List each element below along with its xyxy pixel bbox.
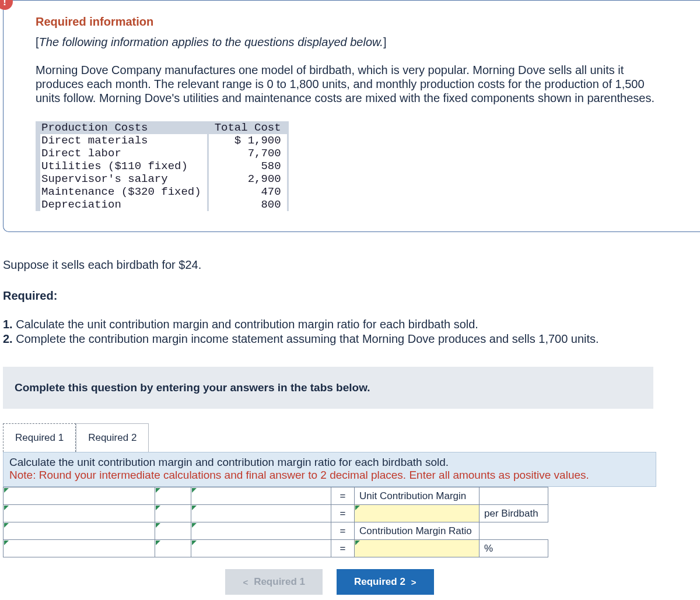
equals-sign: = <box>331 522 355 540</box>
result-value-input[interactable] <box>355 505 480 522</box>
answer-input[interactable] <box>4 522 155 540</box>
answer-row: = Contribution Margin Ratio <box>4 522 548 540</box>
answer-input[interactable] <box>480 487 548 505</box>
requirement-item: 2. Complete the contribution margin inco… <box>3 332 697 346</box>
cost-row-label: Supervisor's salary <box>36 173 208 185</box>
cost-row-value: $ 1,900 <box>208 134 288 147</box>
requirements-list: 1. Calculate the unit contribution margi… <box>3 317 697 346</box>
nav-buttons: < Required 1 Required 2 > <box>3 569 656 595</box>
bracket-close: ] <box>383 36 387 48</box>
unit-suffix: per Birdbath <box>480 505 548 522</box>
answer-input[interactable] <box>191 505 331 522</box>
tab-panel-required-1: Calculate the unit contribution margin a… <box>3 452 656 595</box>
answer-input[interactable] <box>155 540 191 557</box>
next-label: Required 2 <box>354 576 405 588</box>
cost-row-value: 470 <box>208 185 288 198</box>
required-information-box: ! Required information [The following in… <box>3 0 700 232</box>
prompt-box: Calculate the unit contribution margin a… <box>3 452 656 487</box>
cost-header-total: Total Cost <box>208 121 288 134</box>
prev-button[interactable]: < Required 1 <box>225 569 323 595</box>
cost-row-value: 2,900 <box>208 173 288 185</box>
tab-bar: Required 1 Required 2 <box>3 423 700 452</box>
instruction-bar: Complete this question by entering your … <box>3 367 653 409</box>
answer-input[interactable] <box>191 487 331 505</box>
result-value-input[interactable] <box>355 540 480 557</box>
answer-input[interactable] <box>155 487 191 505</box>
answer-input[interactable] <box>4 505 155 522</box>
result-label: Contribution Margin Ratio <box>355 522 480 540</box>
unit-suffix: % <box>480 540 548 557</box>
cost-row-value: 580 <box>208 160 288 173</box>
prompt-text: Calculate the unit contribution margin a… <box>9 456 650 469</box>
answer-input[interactable] <box>155 522 191 540</box>
cost-row-label: Direct labor <box>36 147 208 160</box>
prompt-note: Note: Round your intermediate calculatio… <box>9 469 650 482</box>
tab-required-1[interactable]: Required 1 <box>3 423 76 452</box>
cost-row-value: 800 <box>208 198 288 211</box>
cost-row-label: Direct materials <box>36 134 208 147</box>
tab-required-2[interactable]: Required 2 <box>76 423 149 452</box>
requirement-item: 1. Calculate the unit contribution margi… <box>3 317 697 332</box>
suppose-text: Suppose it sells each birdbath for $24. <box>3 258 697 272</box>
answer-row: = % <box>4 540 548 557</box>
requirement-number: 2. <box>3 332 13 345</box>
chevron-left-icon: < <box>243 577 248 587</box>
cost-row-label: Maintenance ($320 fixed) <box>36 185 208 198</box>
answer-input[interactable] <box>4 540 155 557</box>
answer-input[interactable] <box>191 522 331 540</box>
next-button[interactable]: Required 2 > <box>337 569 434 595</box>
requirement-text: Calculate the unit contribution margin a… <box>13 318 478 331</box>
required-heading: Required: <box>3 289 697 303</box>
result-label: Unit Contribution Margin <box>355 487 480 505</box>
answer-row: = per Birdbath <box>4 505 548 522</box>
cost-row-value: 7,700 <box>208 147 288 160</box>
equals-sign: = <box>331 487 355 505</box>
answer-row: = Unit Contribution Margin <box>4 487 548 505</box>
production-cost-table: Production Costs Total Cost Direct mater… <box>36 121 289 211</box>
cost-row-label: Depreciation <box>36 198 208 211</box>
scenario-paragraph: Morning Dove Company manufactures one mo… <box>36 63 668 105</box>
cost-header-label: Production Costs <box>36 121 208 134</box>
prev-label: Required 1 <box>254 576 305 588</box>
applies-text: The following information applies to the… <box>39 36 383 48</box>
spacer-cell <box>480 522 548 540</box>
required-info-title: Required information <box>36 15 668 29</box>
answer-input[interactable] <box>155 505 191 522</box>
answer-input[interactable] <box>4 487 155 505</box>
answer-input[interactable] <box>191 540 331 557</box>
applies-note: [The following information applies to th… <box>36 36 668 49</box>
requirement-number: 1. <box>3 318 13 331</box>
chevron-right-icon: > <box>411 577 416 587</box>
requirement-text: Complete the contribution margin income … <box>13 332 599 345</box>
equals-sign: = <box>331 540 355 557</box>
warning-icon: ! <box>0 0 13 10</box>
answer-grid: = Unit Contribution Margin = per Birdbat… <box>3 487 548 557</box>
cost-row-label: Utilities ($110 fixed) <box>36 160 208 173</box>
equals-sign: = <box>331 505 355 522</box>
